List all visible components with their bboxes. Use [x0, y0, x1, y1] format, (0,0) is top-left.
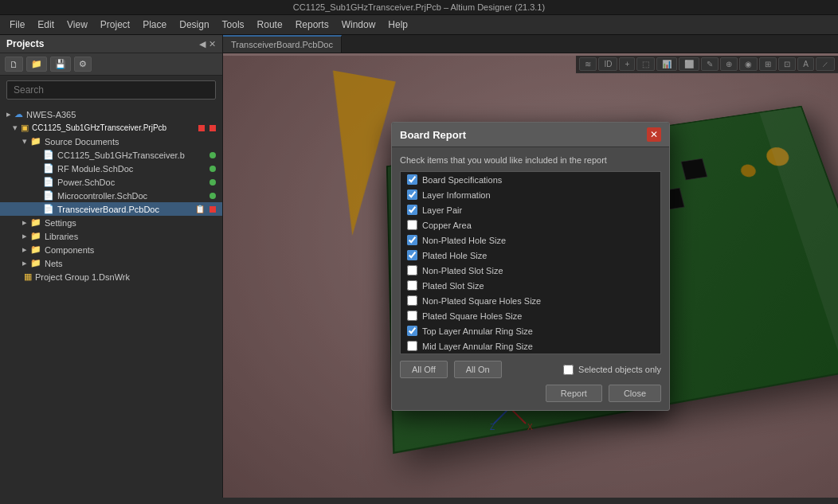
checklist-item: Non-Plated Slot Size	[401, 263, 660, 278]
checklist: Board SpecificationsLayer InformationLay…	[400, 171, 661, 354]
tree-item-components[interactable]: ▸ 📁 Components	[0, 243, 222, 256]
modal-overlay: Board Report ✕ Check items that you woul…	[223, 35, 838, 498]
checklist-item: Mid Layer Annular Ring Size	[401, 338, 660, 354]
save-button[interactable]: 💾	[50, 57, 71, 72]
open-button[interactable]: 📁	[26, 57, 47, 72]
selected-only-checkbox[interactable]	[563, 365, 574, 375]
checklist-checkbox[interactable]	[407, 235, 417, 245]
tree-item-microcontroller[interactable]: 📄 Microcontroller.SchDoc	[0, 189, 222, 202]
checklist-checkbox[interactable]	[407, 189, 417, 200]
tree-label: Project Group 1.DsnWrk	[35, 272, 130, 282]
checklist-label: Copper Area	[422, 221, 472, 230]
dialog-description: Check items that you would like included…	[400, 155, 661, 165]
tree-item-rf-module[interactable]: 📄 RF Module.SchDoc	[0, 162, 222, 175]
checklist-label: Board Specifications	[422, 175, 502, 185]
checklist-checkbox[interactable]	[407, 295, 417, 306]
menu-reports[interactable]: Reports	[289, 17, 335, 33]
green-dot	[210, 152, 216, 158]
tree-item-project[interactable]: ▾ ▣ CC1125_Sub1GHzTransceiver.PrjPcb	[0, 121, 222, 135]
expand-icon: ▸	[6, 109, 11, 119]
tree-label: Microcontroller.SchDoc	[57, 191, 147, 201]
all-on-button[interactable]: All On	[454, 361, 502, 378]
folder-icon: 📁	[30, 231, 41, 241]
all-off-button[interactable]: All Off	[400, 361, 448, 378]
checklist-item: Copper Area	[401, 217, 660, 232]
expand-icon: ▾	[22, 136, 27, 147]
tree-item-nets[interactable]: ▸ 📁 Nets	[0, 256, 222, 270]
checklist-label: Layer Pair	[422, 205, 462, 215]
tree-label: Components	[45, 245, 94, 255]
report-button[interactable]: Report	[546, 385, 602, 402]
tree-item-power[interactable]: 📄 Power.SchDoc	[0, 175, 222, 189]
dialog-body: Check items that you would like included…	[392, 147, 669, 410]
tree-item-nwes[interactable]: ▸ ☁ NWES-A365	[0, 107, 222, 121]
checklist-checkbox[interactable]	[407, 265, 417, 275]
menu-design[interactable]: Design	[173, 17, 215, 33]
sidebar-pin-button[interactable]: ◀	[199, 39, 206, 49]
sidebar-close-button[interactable]: ✕	[209, 39, 216, 49]
checklist-label: Plated Slot Size	[422, 281, 484, 291]
checklist-checkbox[interactable]	[407, 341, 417, 351]
tree-item-project-group[interactable]: ▦ Project Group 1.DsnWrk	[0, 270, 222, 283]
tree-item-source-docs[interactable]: ▾ 📁 Source Documents	[0, 135, 222, 148]
menu-file[interactable]: File	[3, 17, 31, 33]
checklist-label: Plated Square Holes Size	[422, 311, 522, 321]
close-button[interactable]: Close	[609, 385, 661, 402]
sidebar-header-buttons: ◀ ✕	[199, 39, 216, 49]
tree-label: Settings	[45, 218, 76, 228]
checklist-label: Non-Plated Slot Size	[422, 266, 503, 275]
menu-view[interactable]: View	[61, 17, 94, 33]
menu-tools[interactable]: Tools	[216, 17, 251, 33]
checklist-label: Non-Plated Square Holes Size	[422, 296, 541, 306]
cloud-icon: ☁	[14, 109, 23, 119]
file-icon: 📄	[43, 204, 54, 214]
checklist-item: Plated Hole Size	[401, 248, 660, 263]
sidebar-header: Projects ◀ ✕	[0, 35, 222, 53]
expand-icon: ▸	[22, 217, 27, 228]
search-input[interactable]	[6, 80, 216, 100]
file-marker: 📋	[195, 205, 205, 213]
menu-project[interactable]: Project	[94, 17, 136, 33]
tree-item-cc1125[interactable]: 📄 CC1125_Sub1GHzTransceiver.b	[0, 148, 222, 162]
tree-label: Power.SchDoc	[57, 178, 115, 187]
dialog-footer-buttons: All Off All On Selected objects only	[400, 361, 661, 378]
checklist-checkbox[interactable]	[407, 311, 417, 321]
settings-button[interactable]: ⚙	[74, 57, 92, 72]
menu-help[interactable]: Help	[382, 17, 414, 33]
file-icon: 📄	[43, 150, 54, 160]
checklist-item: Non-Plated Square Holes Size	[401, 293, 660, 308]
checklist-label: Non-Plated Hole Size	[422, 236, 506, 245]
menu-window[interactable]: Window	[335, 17, 382, 33]
checklist-checkbox[interactable]	[407, 250, 417, 260]
tree-item-transceiver-pcb[interactable]: 📄 TransceiverBoard.PcbDoc 📋	[0, 202, 222, 216]
new-button[interactable]: 🗋	[5, 57, 23, 72]
checklist-item: Bottom Layer Annular Ring Size	[401, 354, 660, 354]
checklist-checkbox[interactable]	[407, 220, 417, 230]
menu-place[interactable]: Place	[136, 17, 173, 33]
tree-item-settings[interactable]: ▸ 📁 Settings	[0, 216, 222, 229]
checklist-item: Top Layer Annular Ring Size	[401, 323, 660, 338]
checklist-checkbox[interactable]	[407, 174, 417, 185]
folder-icon: 📁	[30, 217, 41, 228]
file-icon: 📄	[43, 190, 54, 201]
dialog-close-button[interactable]: ✕	[647, 127, 661, 142]
project-icon: ▣	[21, 123, 29, 133]
tree-label: Libraries	[45, 232, 78, 241]
menu-route[interactable]: Route	[251, 17, 289, 33]
checklist-checkbox[interactable]	[407, 326, 417, 336]
checklist-item: Layer Information	[401, 187, 660, 202]
tree-item-libraries[interactable]: ▸ 📁 Libraries	[0, 229, 222, 243]
expand-icon: ▸	[22, 231, 27, 241]
checklist-checkbox[interactable]	[407, 205, 417, 215]
green-dot	[210, 193, 216, 199]
menu-edit[interactable]: Edit	[31, 17, 61, 33]
checklist-label: Layer Information	[422, 190, 491, 200]
checklist-item: Non-Plated Hole Size	[401, 232, 660, 248]
sidebar-title: Projects	[6, 38, 44, 49]
title-text: CC1125_Sub1GHzTransceiver.PrjPcb – Altiu…	[293, 2, 545, 12]
dialog-header: Board Report ✕	[392, 123, 669, 147]
folder-icon: 📁	[30, 136, 41, 147]
selected-only-row: Selected objects only	[563, 365, 661, 375]
tree-label: Source Documents	[45, 137, 119, 147]
checklist-checkbox[interactable]	[407, 280, 417, 291]
